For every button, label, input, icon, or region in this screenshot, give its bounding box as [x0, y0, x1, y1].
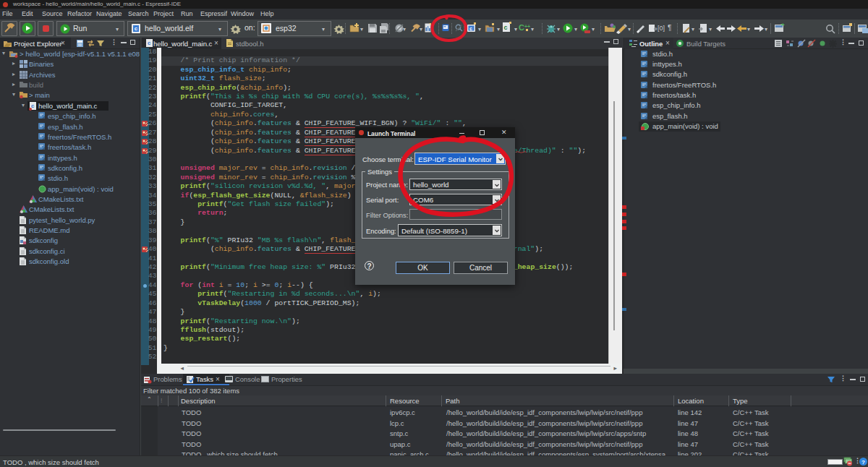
svg-text:?: ?: [861, 459, 865, 466]
svg-text:c: c: [148, 40, 151, 46]
svg-text:c: c: [31, 103, 35, 109]
